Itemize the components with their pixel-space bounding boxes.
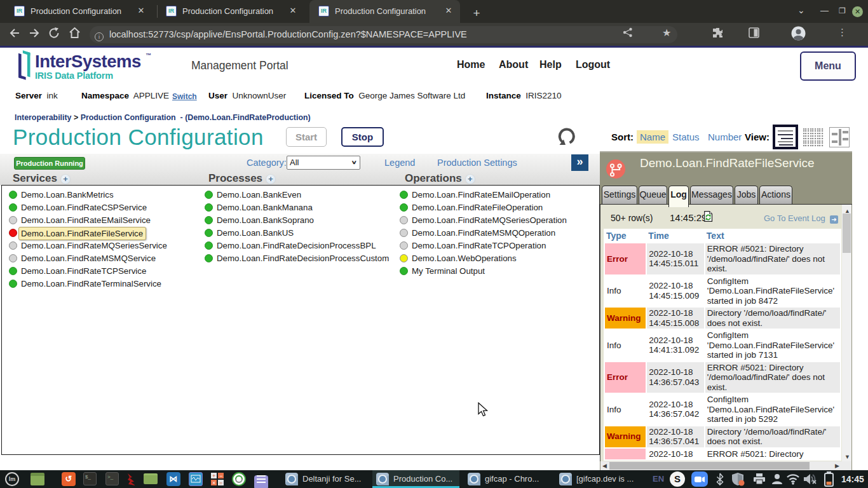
svg-text:−: −	[219, 473, 222, 479]
svg-text:+: +	[212, 473, 215, 479]
svg-text:™: ™	[146, 52, 151, 58]
svg-text:InterSystems: InterSystems	[35, 51, 141, 71]
svg-text:=: =	[219, 480, 222, 486]
svg-text:×: ×	[212, 480, 215, 486]
svg-text:IRIS Data Platform: IRIS Data Platform	[35, 71, 113, 81]
